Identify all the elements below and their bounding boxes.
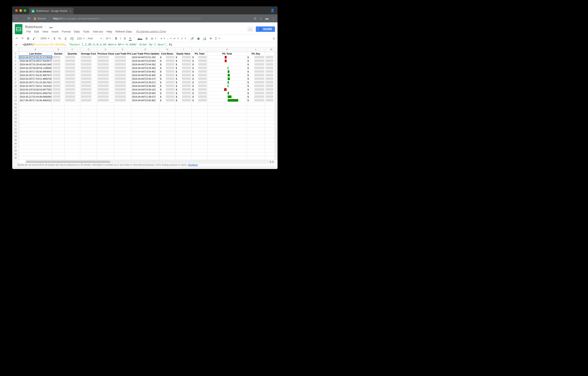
cell[interactable] <box>19 113 52 117</box>
row-header[interactable]: 14 <box>12 99 19 102</box>
row-header[interactable]: 29 <box>12 153 19 156</box>
cell[interactable] <box>80 73 97 77</box>
cell[interactable] <box>208 59 247 63</box>
sheet-tab-positions-dashboard[interactable]: POSITIONS DASHBOARD▼ <box>143 168 181 169</box>
cell[interactable] <box>19 131 52 135</box>
cell[interactable] <box>175 113 192 117</box>
borders-button[interactable]: ⊞ <box>144 36 149 41</box>
cell[interactable] <box>192 109 208 113</box>
row-header[interactable]: 23 <box>12 131 19 135</box>
cell[interactable] <box>247 142 265 145</box>
cell[interactable] <box>52 73 65 77</box>
cell[interactable] <box>80 88 97 92</box>
cell[interactable]: 2018-03-26T18:00:54.110669Z <box>19 66 52 70</box>
col-header-E[interactable]: E <box>97 47 114 52</box>
cell[interactable] <box>80 149 97 153</box>
cell[interactable] <box>80 113 97 117</box>
cell[interactable] <box>247 109 265 113</box>
cell[interactable] <box>80 63 97 66</box>
cell[interactable]: 2018-04-02T15:28:43.641249Z <box>19 63 52 66</box>
cell[interactable] <box>80 92 97 95</box>
cell[interactable] <box>19 117 52 120</box>
data-grid[interactable]: Last ActionSymbolQuantityAverage CostPre… <box>19 52 278 160</box>
cell[interactable] <box>52 66 65 70</box>
more-formats-button[interactable]: 123 <box>75 36 83 41</box>
menu-view[interactable]: View <box>41 30 50 34</box>
cell[interactable] <box>192 138 208 142</box>
header-cell[interactable]: Cost Basis <box>159 52 175 56</box>
sheet-tab-options-orders[interactable]: Options Orders▼ <box>118 168 143 169</box>
cell[interactable]: 2018-04-02T15:48:57.931097Z <box>19 59 52 63</box>
row-header[interactable]: 1 <box>12 52 19 56</box>
cell[interactable]: $ <box>247 70 265 73</box>
increase-decimal-button[interactable]: .00̲ <box>68 36 75 41</box>
cell[interactable] <box>247 127 265 131</box>
cell[interactable]: $ <box>192 84 208 88</box>
cell[interactable] <box>52 145 65 149</box>
col-header-M[interactable]: M <box>265 47 278 52</box>
bold-button[interactable]: B <box>114 36 118 41</box>
cell[interactable] <box>97 127 114 131</box>
explore-button[interactable]: Explore <box>257 168 276 169</box>
cell[interactable] <box>208 73 247 77</box>
cell[interactable] <box>52 102 65 106</box>
cell[interactable] <box>19 138 52 142</box>
cell[interactable] <box>208 70 247 73</box>
menu-help[interactable]: Help <box>105 30 114 34</box>
col-header-I[interactable]: I <box>175 47 192 52</box>
cell[interactable]: 2018-04-04T23:20:58Z <box>131 92 159 95</box>
cell[interactable] <box>114 124 131 127</box>
fill-color-button[interactable]: ◢ <box>136 36 144 41</box>
menu-edit[interactable]: Edit <box>33 30 40 34</box>
cell[interactable] <box>65 124 81 127</box>
cell[interactable] <box>208 131 247 135</box>
row-header[interactable]: 3 <box>12 59 19 63</box>
close-window-button[interactable] <box>15 9 18 12</box>
cell[interactable] <box>159 120 175 124</box>
redo-button[interactable]: ↷ <box>20 36 25 41</box>
cell[interactable] <box>65 117 81 120</box>
cell[interactable] <box>97 63 114 66</box>
header-cell[interactable]: P/L Day <box>247 52 265 56</box>
cell[interactable] <box>52 156 65 160</box>
cell[interactable] <box>65 84 81 88</box>
cell[interactable] <box>65 135 81 138</box>
menu-data[interactable]: Data <box>73 30 81 34</box>
cell[interactable] <box>192 102 208 106</box>
cell[interactable] <box>80 66 97 70</box>
wrap-button[interactable]: ↵ <box>172 36 177 41</box>
cell[interactable]: $ <box>175 84 192 88</box>
cell[interactable] <box>175 142 192 145</box>
cell[interactable] <box>159 138 175 142</box>
cell[interactable] <box>208 84 247 88</box>
cell[interactable] <box>159 113 175 117</box>
cell[interactable]: $ <box>175 95 192 99</box>
cell[interactable] <box>80 127 97 131</box>
cell[interactable]: 2018-03-26T17:50:51.741415Z <box>19 84 52 88</box>
cell[interactable]: $ <box>192 56 208 59</box>
cell[interactable] <box>159 109 175 113</box>
comment-button[interactable]: ▣ <box>196 36 201 41</box>
cell[interactable]: $ <box>159 88 175 92</box>
cell[interactable] <box>97 92 114 95</box>
cell[interactable]: $ <box>247 63 265 66</box>
menu-add-ons[interactable]: Add-ons <box>92 30 105 34</box>
cell[interactable] <box>175 127 192 131</box>
cell[interactable] <box>192 113 208 117</box>
cell[interactable] <box>208 63 247 66</box>
cell[interactable] <box>65 109 81 113</box>
disclaimer-link[interactable]: Disclaimer <box>188 164 198 166</box>
cell[interactable] <box>80 56 97 59</box>
cell[interactable] <box>97 102 114 106</box>
cell[interactable]: $ <box>159 59 175 63</box>
cell[interactable] <box>19 156 52 160</box>
cell[interactable]: $ <box>159 66 175 70</box>
doc-title[interactable]: Robinhood <box>25 25 42 29</box>
cell[interactable]: $ <box>247 81 265 84</box>
cell[interactable] <box>52 135 65 138</box>
cell[interactable] <box>208 99 247 102</box>
cell[interactable] <box>52 117 65 120</box>
row-header[interactable]: 28 <box>12 149 19 153</box>
row-header[interactable]: 2 <box>12 56 19 59</box>
zoom-select[interactable]: 100% <box>40 37 48 40</box>
